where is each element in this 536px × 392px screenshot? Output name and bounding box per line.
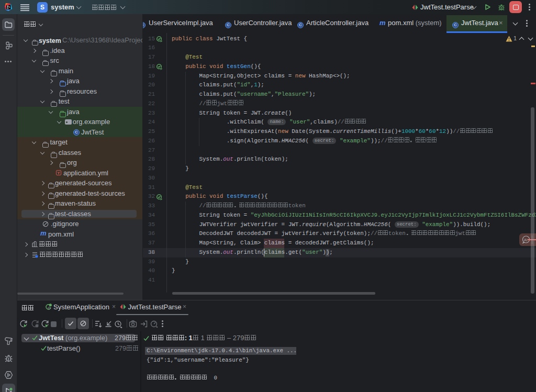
svg-text:AI: AI	[524, 238, 528, 242]
